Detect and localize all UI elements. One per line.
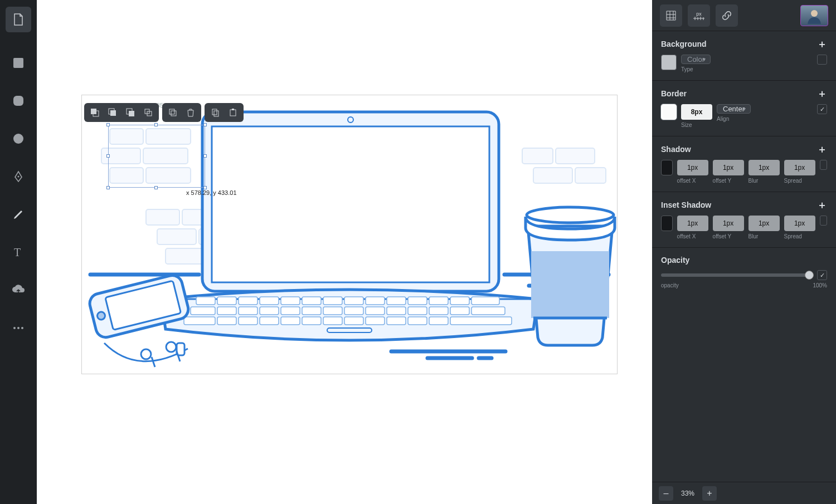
opacity-enable-checkbox[interactable] xyxy=(817,270,827,280)
svg-text:T: T xyxy=(14,246,21,258)
resize-handle-bottom-left[interactable] xyxy=(106,186,110,189)
rounded-square-icon xyxy=(12,95,25,107)
svg-point-102 xyxy=(811,10,818,17)
upload-tool[interactable] xyxy=(10,282,27,299)
svg-rect-66 xyxy=(366,317,385,325)
add-shadow[interactable]: ＋ xyxy=(817,144,827,154)
link-toggle[interactable] xyxy=(716,4,738,27)
add-background[interactable]: ＋ xyxy=(817,39,827,49)
shadow-section: Shadow ＋ 1pxoffset X 1pxoffset Y 1pxBlur… xyxy=(652,136,836,192)
svg-rect-57 xyxy=(472,307,505,315)
inset-blur-input[interactable]: 1px xyxy=(748,216,780,231)
opacity-title: Opacity xyxy=(661,256,689,265)
border-align-value: Center xyxy=(723,105,745,113)
pen-tool[interactable] xyxy=(10,168,27,185)
ruler-toggle[interactable]: px xyxy=(688,4,710,27)
svg-rect-70 xyxy=(450,317,512,325)
resize-handle-top-right[interactable] xyxy=(203,123,207,126)
svg-point-5 xyxy=(13,327,16,329)
context-toolbar xyxy=(84,103,244,122)
shadow-enable-checkbox[interactable] xyxy=(820,160,827,170)
send-back-button[interactable] xyxy=(141,105,155,120)
svg-rect-50 xyxy=(323,307,342,315)
ellipse-tool[interactable] xyxy=(10,130,27,147)
paste-style-button[interactable] xyxy=(226,105,240,120)
document-button[interactable] xyxy=(6,7,31,32)
shadow-spread-input[interactable]: 1px xyxy=(784,160,815,175)
inset-shadow-enable-checkbox[interactable] xyxy=(820,216,827,226)
svg-rect-18 xyxy=(166,248,205,264)
zoom-value: 33% xyxy=(677,490,699,497)
border-size-input[interactable]: 8px xyxy=(681,104,712,120)
border-enable-checkbox[interactable] xyxy=(817,104,827,114)
svg-rect-49 xyxy=(302,307,321,315)
inset-spread-input[interactable]: 1px xyxy=(784,216,815,231)
bring-front-button[interactable] xyxy=(88,105,102,120)
properties-panel: px Background ＋ Color ▾ xyxy=(652,0,836,504)
resize-handle-bottom-mid[interactable] xyxy=(154,186,158,189)
pencil-tool[interactable] xyxy=(10,206,27,223)
background-enable-checkbox[interactable] xyxy=(817,55,827,65)
canvas[interactable]: - 142.18px × 57.85px × 0 x 578.29, y 433… xyxy=(37,0,652,504)
shadow-blur-input[interactable]: 1px xyxy=(748,160,780,175)
border-color-swatch[interactable] xyxy=(661,104,677,120)
rectangle-tool[interactable] xyxy=(10,55,27,71)
svg-rect-59 xyxy=(217,317,236,325)
cloud-upload-icon xyxy=(12,285,25,296)
add-inset-shadow[interactable]: ＋ xyxy=(817,200,827,210)
inset-offsety-input[interactable]: 1px xyxy=(713,216,744,231)
bring-forward-button[interactable] xyxy=(105,105,120,120)
send-backward-button[interactable] xyxy=(123,105,138,120)
svg-rect-85 xyxy=(110,110,116,116)
svg-rect-31 xyxy=(217,297,236,305)
text-icon: T xyxy=(12,246,25,258)
resize-handle-top-mid[interactable] xyxy=(154,123,158,126)
more-tools[interactable] xyxy=(10,320,27,336)
inset-shadow-color-swatch[interactable] xyxy=(661,216,673,231)
svg-rect-95 xyxy=(230,110,236,116)
opacity-slider[interactable] xyxy=(661,273,813,277)
delete-button[interactable] xyxy=(183,105,198,120)
svg-point-6 xyxy=(17,327,20,329)
svg-rect-64 xyxy=(323,317,342,325)
svg-rect-69 xyxy=(429,317,448,325)
duplicate-button[interactable] xyxy=(166,105,180,120)
svg-rect-35 xyxy=(302,297,321,305)
slider-knob[interactable] xyxy=(805,271,814,280)
background-swatch[interactable] xyxy=(661,55,677,70)
svg-rect-0 xyxy=(13,58,23,68)
shadow-color-swatch[interactable] xyxy=(661,160,673,175)
user-avatar[interactable] xyxy=(800,5,828,26)
svg-rect-40 xyxy=(408,297,427,305)
svg-rect-21 xyxy=(533,168,572,183)
zoom-out-button[interactable]: – xyxy=(659,486,673,501)
svg-point-75 xyxy=(166,342,176,352)
svg-rect-48 xyxy=(281,307,300,315)
copy-style-button[interactable] xyxy=(208,105,222,120)
background-type-dropdown[interactable]: Color ▾ xyxy=(681,55,711,64)
resize-handle-mid-right[interactable] xyxy=(203,154,207,158)
rounded-rectangle-tool[interactable] xyxy=(10,92,27,109)
text-tool[interactable]: T xyxy=(10,244,27,261)
opacity-value: 100% xyxy=(813,282,827,288)
svg-rect-42 xyxy=(450,297,469,305)
resize-handle-top-left[interactable] xyxy=(106,123,110,126)
opacity-section: Opacity opacity 100% xyxy=(652,248,836,296)
svg-point-3 xyxy=(18,176,20,178)
svg-rect-1 xyxy=(13,96,23,106)
paste-icon xyxy=(229,108,237,117)
grid-icon xyxy=(665,10,677,21)
svg-rect-96 xyxy=(232,109,234,110)
background-title: Background xyxy=(661,40,707,48)
background-section: Background ＋ Color ▾ Type xyxy=(652,31,836,81)
resize-handle-mid-left[interactable] xyxy=(106,154,110,158)
layer-back-icon xyxy=(144,108,153,117)
selection-outline[interactable] xyxy=(108,125,205,188)
add-border[interactable]: ＋ xyxy=(817,89,827,99)
zoom-in-button[interactable]: + xyxy=(702,486,717,501)
grid-toggle[interactable] xyxy=(660,4,682,27)
shadow-offsety-input[interactable]: 1px xyxy=(713,160,744,175)
shadow-offsetx-input[interactable]: 1px xyxy=(677,160,708,175)
inset-offsetx-input[interactable]: 1px xyxy=(677,216,708,231)
border-align-dropdown[interactable]: Center ▾ xyxy=(717,104,751,114)
